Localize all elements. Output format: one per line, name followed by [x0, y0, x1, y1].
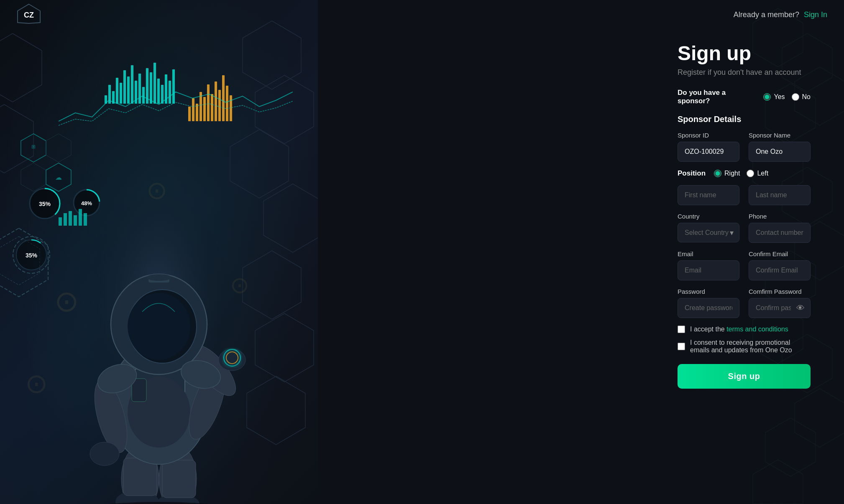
- password-input[interactable]: [678, 298, 739, 318]
- svg-text:35%: 35%: [26, 252, 38, 259]
- eye-icon[interactable]: 👁: [796, 303, 805, 313]
- confirm-password-wrapper: 👁: [749, 298, 811, 318]
- email-input[interactable]: [678, 260, 739, 280]
- confirm-email-input[interactable]: [749, 260, 811, 280]
- circle-progress-3: 35%: [10, 234, 52, 276]
- svg-point-31: [128, 293, 190, 360]
- sponsor-id-label: Sponsor ID: [678, 132, 739, 139]
- name-fields-row: [678, 185, 811, 205]
- promo-checkbox-row: I consent to receiving promotional email…: [678, 339, 811, 354]
- last-name-input[interactable]: [749, 185, 811, 205]
- country-label: Country: [678, 213, 739, 220]
- confirm-password-group: Comfirm Password 👁: [749, 288, 811, 318]
- svg-rect-58: [84, 213, 87, 226]
- svg-rect-54: [64, 213, 67, 226]
- sponsor-name-label: Sponsor Name: [749, 132, 811, 139]
- sponsor-fields-row: Sponsor ID Sponsor Name: [678, 132, 811, 162]
- left-panel: ☁ ⊞ 35% 48% 35% ⊙ ⊙: [0, 0, 318, 504]
- password-label: Password: [678, 288, 739, 295]
- radio-left[interactable]: [747, 170, 754, 177]
- phone-label: Phone: [749, 213, 811, 220]
- svg-point-26: [219, 349, 246, 371]
- svg-text:CZ: CZ: [24, 11, 34, 19]
- radio-no-label[interactable]: No: [792, 93, 811, 101]
- sponsor-name-group: Sponsor Name: [749, 132, 811, 162]
- position-label: Position: [678, 169, 706, 178]
- watermark-2: ⊙: [146, 176, 167, 205]
- sponsor-question-label: Do you have a sponsor?: [678, 89, 755, 105]
- terms-checkbox[interactable]: [678, 326, 685, 333]
- terms-link[interactable]: terms and conditions: [726, 326, 788, 333]
- svg-rect-17: [162, 460, 196, 498]
- radio-yes-label[interactable]: Yes: [763, 93, 785, 101]
- confirm-email-label: Confirm Email: [749, 250, 811, 257]
- svg-point-25: [90, 442, 119, 466]
- sponsor-name-input[interactable]: [749, 142, 811, 162]
- position-radio-group: Right Left: [714, 170, 768, 177]
- svg-point-36: [92, 502, 226, 504]
- svg-rect-55: [69, 211, 72, 226]
- radio-right[interactable]: [714, 170, 721, 177]
- svg-marker-38: [46, 134, 71, 162]
- svg-text:☁: ☁: [55, 174, 62, 181]
- right-panel: Sign up Register if you don't have an ac…: [318, 0, 844, 504]
- email-group: Email: [678, 250, 739, 280]
- logo[interactable]: CZ: [17, 3, 41, 26]
- circle-progress-1: 35%: [27, 186, 63, 221]
- password-group: Password: [678, 288, 739, 318]
- form-subtitle: Register if you don't have an account: [678, 68, 811, 77]
- first-name-input[interactable]: [678, 185, 739, 205]
- svg-rect-53: [59, 217, 62, 226]
- confirm-email-group: Confirm Email: [749, 250, 811, 280]
- password-wrapper: [678, 298, 739, 318]
- page-title: Sign up: [678, 42, 811, 65]
- position-row: Position Right Left: [678, 169, 811, 178]
- promo-label[interactable]: I consent to receiving promotional email…: [690, 339, 811, 354]
- country-group: Country Select Country United States Uni…: [678, 213, 739, 243]
- password-fields-row: Password Comfirm Password 👁: [678, 288, 811, 318]
- sign-in-link[interactable]: Sign In: [804, 10, 827, 19]
- signup-button[interactable]: Sign up: [678, 364, 811, 389]
- radio-no[interactable]: [792, 93, 799, 101]
- terms-label[interactable]: I accept the terms and conditions: [690, 326, 788, 333]
- sponsor-question-row: Do you have a sponsor? Yes No: [678, 89, 811, 105]
- sponsor-radio-group: Yes No: [763, 93, 811, 101]
- svg-text:⊞: ⊞: [31, 144, 36, 150]
- phone-group: Phone: [749, 213, 811, 243]
- confirm-password-label: Comfirm Password: [749, 288, 811, 295]
- email-fields-row: Email Confirm Email: [678, 250, 811, 280]
- radio-yes[interactable]: [763, 93, 771, 101]
- svg-text:35%: 35%: [39, 201, 51, 207]
- radio-right-label[interactable]: Right: [714, 170, 740, 177]
- country-select[interactable]: Select Country United States United King…: [678, 223, 739, 242]
- watermark-3: ⊙: [230, 272, 249, 298]
- svg-rect-57: [79, 209, 82, 226]
- country-phone-row: Country Select Country United States Uni…: [678, 213, 811, 243]
- signup-form: Sign up Register if you don't have an ac…: [644, 29, 844, 504]
- sponsor-id-group: Sponsor ID: [678, 132, 739, 162]
- phone-input[interactable]: [749, 223, 811, 243]
- radio-left-label[interactable]: Left: [747, 170, 768, 177]
- watermark-1: ⊙: [54, 284, 79, 318]
- country-select-wrapper: Select Country United States United King…: [678, 223, 739, 243]
- svg-point-33: [146, 274, 171, 281]
- email-label: Email: [678, 250, 739, 257]
- watermark-4: ⊙: [25, 368, 48, 399]
- svg-rect-56: [74, 215, 77, 226]
- sponsor-id-input[interactable]: [678, 142, 739, 162]
- terms-checkbox-row: I accept the terms and conditions: [678, 326, 811, 333]
- promo-checkbox[interactable]: [678, 343, 685, 350]
- already-member-text: Already a member? Sign In: [734, 10, 827, 19]
- sponsor-section-title: Sponsor Details: [678, 115, 811, 124]
- last-name-group: [749, 185, 811, 205]
- first-name-group: [678, 185, 739, 205]
